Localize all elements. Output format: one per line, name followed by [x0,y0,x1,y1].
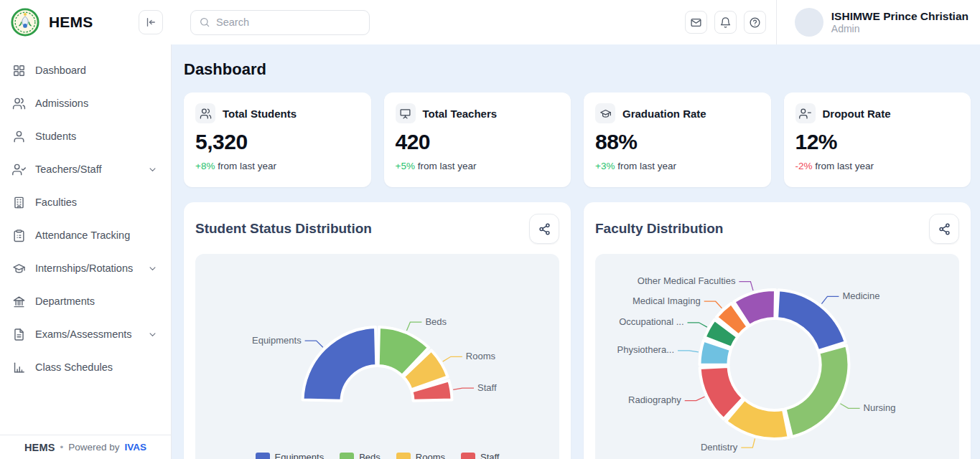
pie-label: Occupational ... [619,316,683,327]
chart-title: Faculty Distribution [595,221,723,237]
label-leader-line [704,301,722,308]
pie-label: Physiothera... [617,344,675,355]
share-icon [938,222,951,236]
pie-label: Radiography [628,394,681,405]
pie-label: Medicine [842,290,879,301]
chevron-down-icon [147,164,158,175]
sidebar-item-label: Teachers/Staff [35,164,101,175]
legend-item-equipments[interactable]: Equipments [256,452,325,459]
pie-label: Other Medical Faculties [638,275,736,286]
pie-segment-medicine[interactable] [777,290,846,351]
file-text-icon [12,328,26,341]
sidebar-item-faculties[interactable]: Faculties [0,186,171,219]
stat-card-dropout-rate: Dropout Rate 12% -2% from last year [784,93,971,187]
sidebar-item-exams-assessments[interactable]: Exams/Assessments [0,318,171,351]
hems-logo-icon [10,7,40,37]
legend-label: Rooms [416,452,445,459]
sidebar-item-teachers-staff[interactable]: Teachers/Staff [0,153,171,186]
sidebar-item-label: Exams/Assessments [35,328,132,340]
sidebar-item-attendance-tracking[interactable]: Attendance Tracking [0,219,171,252]
building-icon [12,196,26,209]
chart-legend: EquipmentsBedsRoomsStaff [195,452,559,459]
sidebar-item-students[interactable]: Students [0,120,171,153]
sidebar-footer: HEMS • Powered by IVAS [0,435,171,459]
legend-item-staff[interactable]: Staff [461,452,500,459]
user-name: ISHIMWE Prince Christian [831,9,969,23]
stat-card-delta: +3% from last year [595,161,760,171]
sidebar-item-label: Attendance Tracking [35,230,130,241]
pie-label: Medical Imaging [633,295,701,306]
pie-label: Staff [477,382,497,393]
presentation-icon [396,103,416,123]
main-content: Dashboard Total Students 5,320 +8% from … [172,44,980,459]
header-divider [776,0,777,44]
page-title: Dashboard [184,60,971,79]
pie-segment-nursing[interactable] [785,345,849,437]
label-leader-line [406,322,421,331]
sidebar-item-departments[interactable]: Departments [0,285,171,318]
footer-separator: • [60,442,64,453]
brand-name: HEMS [49,14,93,31]
user-role: Admin [831,23,969,36]
clipboard-icon [12,229,26,242]
legend-item-beds[interactable]: Beds [340,452,381,459]
stat-card-label: Graduation Rate [622,108,706,120]
avatar[interactable] [795,8,823,37]
sidebar-nav: Dashboard Admissions Students Teachers/S… [0,44,171,435]
sidebar-item-class-schedules[interactable]: Class Schedules [0,351,171,384]
notifications-button[interactable] [714,11,737,34]
users-icon [12,97,26,110]
charts-row: Student Status Distribution EquipmentsBe… [184,202,971,459]
pie-label: Equipments [252,335,302,346]
messages-button[interactable] [685,11,707,34]
student-status-chart-card: Student Status Distribution EquipmentsBe… [184,202,571,459]
collapse-sidebar-icon [144,16,157,29]
label-leader-line [821,296,839,303]
sidebar-item-label: Class Schedules [35,361,113,373]
share-button[interactable] [929,214,959,244]
search-box[interactable] [190,10,370,35]
sidebar-item-dashboard[interactable]: Dashboard [0,54,171,87]
label-leader-line [688,323,707,327]
sidebar-item-label: Students [35,131,76,142]
legend-label: Beds [359,452,381,459]
label-leader-line [443,356,462,361]
footer-powered-by: Powered by [68,442,119,453]
users-icon [195,103,215,123]
sidebar-item-admissions[interactable]: Admissions [0,87,171,120]
chevron-down-icon [147,263,158,274]
bar-chart-icon [12,361,26,374]
footer-vendor-link[interactable]: IVAS [125,442,147,453]
stat-cards-row: Total Students 5,320 +8% from last year … [184,93,971,187]
legend-item-rooms[interactable]: Rooms [396,452,445,459]
label-leader-line [305,341,323,347]
label-leader-line [453,388,474,389]
legend-swatch [461,453,475,459]
stat-card-value: 88% [595,130,760,154]
search-input[interactable] [216,16,361,28]
graduation-cap-icon [12,262,26,275]
top-right-actions: ISHIMWE Prince Christian Admin [678,0,969,44]
stat-card-label: Total Students [223,108,297,120]
stat-card-delta: +8% from last year [195,161,360,171]
sidebar-item-label: Departments [35,295,95,307]
pie-label: Rooms [466,351,496,361]
sidebar-item-internships-rotations[interactable]: Internships/Rotations [0,252,171,285]
collapse-sidebar-button[interactable] [139,10,163,34]
stat-card-delta: -2% from last year [795,161,960,171]
sidebar-item-label: Internships/Rotations [35,262,133,274]
student-status-chart: EquipmentsBedsRoomsStaff EquipmentsBedsR… [195,254,559,459]
pie-label: Dentistry [701,442,738,453]
stat-card-graduation-rate: Graduation Rate 88% +3% from last year [584,93,771,187]
pie-label: Nursing [864,402,896,413]
help-button[interactable] [744,11,766,34]
stat-card-value: 420 [396,130,560,154]
share-button[interactable] [529,214,559,244]
chart-title: Student Status Distribution [195,221,372,237]
brand: HEMS [10,7,139,37]
stat-card-total-teachers: Total Teachers 420 +5% from last year [384,93,571,187]
legend-label: Staff [480,452,500,459]
pie-segment-equipments[interactable] [303,327,377,401]
user-menu[interactable]: ISHIMWE Prince Christian Admin [795,8,969,37]
stat-card-value: 5,320 [195,130,360,154]
